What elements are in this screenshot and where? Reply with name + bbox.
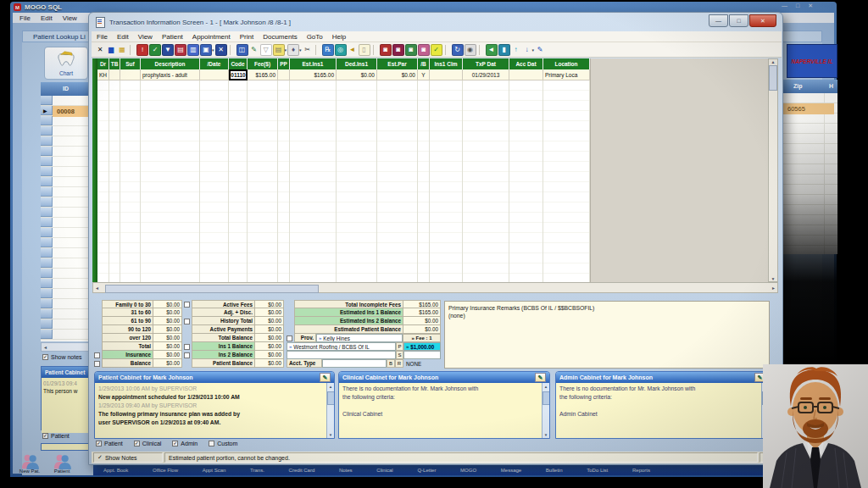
grid-col-txpdat[interactable]: TxP Dat xyxy=(463,58,509,69)
cut-icon[interactable]: ✂ xyxy=(303,45,313,55)
referral-icon[interactable]: ◄ xyxy=(348,45,358,55)
scroll-thumb[interactable] xyxy=(769,65,777,91)
bottom-toolbar-officeflow[interactable]: Office Flow xyxy=(153,468,178,473)
bottom-toolbar-clinical[interactable]: Clinical xyxy=(376,468,392,473)
table-row[interactable] xyxy=(783,175,837,185)
menu-item-goto[interactable]: GoTo xyxy=(307,33,323,41)
grid-vscrollbar[interactable]: ▲ ▼ xyxy=(768,58,778,282)
grid-cell-tb[interactable] xyxy=(109,69,120,80)
edit-cabinet-icon[interactable]: ✎ xyxy=(535,373,546,382)
dialog-titlebar[interactable]: Transaction Information Screen - 1 - [ M… xyxy=(89,13,782,31)
secondary-carrier-field[interactable] xyxy=(287,351,396,359)
row-selector-cell[interactable] xyxy=(41,208,53,217)
row-selector-cell[interactable] xyxy=(41,147,53,156)
tooth-icon[interactable]: ▽ xyxy=(260,44,272,56)
menu-item-print[interactable]: Print xyxy=(240,33,253,41)
checkbox-icon[interactable]: ✓ xyxy=(42,433,48,439)
dropdown-arrow-icon[interactable]: ▾ xyxy=(299,47,302,53)
edit-cabinet-icon[interactable]: ✎ xyxy=(320,373,331,382)
lab-icon[interactable]: ▼ xyxy=(162,44,174,56)
extract-dropdown-icon[interactable]: ♦ xyxy=(287,44,299,56)
monitor-icon[interactable]: ▮ xyxy=(498,44,510,56)
grid-cell-accdat[interactable] xyxy=(509,69,543,80)
row-selector-cell[interactable] xyxy=(41,126,53,136)
provider-field[interactable]: » Kelly Hines xyxy=(316,334,403,342)
row-selector-cell[interactable] xyxy=(41,218,53,227)
row-selector-cell[interactable] xyxy=(41,258,53,268)
table-row[interactable] xyxy=(783,246,837,254)
grid-cell-estins1[interactable]: $165.00 xyxy=(290,69,337,80)
grid-col-b[interactable]: /B xyxy=(418,58,430,69)
grid-col-tb[interactable]: TB xyxy=(109,58,120,69)
jug-maroon-icon[interactable]: ◙ xyxy=(392,44,404,56)
dropdown-arrow-icon[interactable]: ▾ xyxy=(532,47,535,53)
bottom-toolbar-todolist[interactable]: ToDo List xyxy=(587,468,608,473)
row-selector-cell[interactable] xyxy=(41,279,53,288)
provider-checkbox[interactable] xyxy=(287,336,292,341)
table-row[interactable] xyxy=(783,124,837,134)
lookup-col-h[interactable]: H xyxy=(829,83,833,89)
lookup-selected-zip[interactable]: 60565 xyxy=(783,103,834,114)
filter-admin[interactable]: ✓Admin xyxy=(172,441,198,446)
grid-col-description[interactable]: Description xyxy=(141,58,200,69)
row-selector-cell[interactable] xyxy=(41,248,53,258)
scroll-thumb[interactable] xyxy=(105,285,319,293)
row-selector-cell[interactable] xyxy=(41,197,53,207)
filter-patient[interactable]: ✓Patient xyxy=(96,441,123,446)
row-selector-cell[interactable] xyxy=(41,319,53,329)
perio-check-icon[interactable]: ✓ xyxy=(149,44,161,56)
grid-cell-code[interactable]: 01110 xyxy=(229,69,248,80)
calendar-icon[interactable]: ▦ xyxy=(117,45,127,55)
table-row[interactable] xyxy=(783,164,837,175)
jug-pink-icon[interactable]: ◙ xyxy=(418,44,430,56)
close-icon[interactable]: ✕ xyxy=(749,14,776,27)
cabinet-scrollbar[interactable]: ▲▼ xyxy=(326,383,334,439)
checkbox-icon[interactable] xyxy=(209,441,214,446)
grid-cell-b[interactable]: Y xyxy=(418,69,430,80)
confirm-icon[interactable]: ✓ xyxy=(431,44,442,56)
checkbox-icon[interactable] xyxy=(184,319,190,324)
secondary-max-field[interactable] xyxy=(403,351,441,359)
filter-custom[interactable]: Custom xyxy=(209,441,237,446)
menu-item-help[interactable]: Help xyxy=(332,33,346,41)
row-selector-cell[interactable] xyxy=(41,167,53,176)
minimize-icon[interactable]: — xyxy=(782,3,787,9)
bottom-toolbar-qletter[interactable]: Q-Letter xyxy=(417,468,436,473)
checkbox-icon[interactable]: ✓ xyxy=(42,354,48,360)
grid-cell-ins1clm[interactable] xyxy=(430,69,463,80)
menu-item-file[interactable]: File xyxy=(97,33,108,41)
table-row[interactable] xyxy=(783,205,837,215)
table-row[interactable] xyxy=(783,144,837,154)
checkbox-icon[interactable]: ✓ xyxy=(172,441,178,446)
menu-item-edit[interactable]: Edit xyxy=(41,14,53,22)
table-row[interactable] xyxy=(783,134,837,144)
checkbox-icon[interactable]: ✓ xyxy=(96,441,102,446)
menu-item-view[interactable]: View xyxy=(63,14,77,22)
delete-icon[interactable]: ✕ xyxy=(95,45,105,55)
filter-clinical[interactable]: ✓Clinical xyxy=(134,441,162,446)
grid-cell-fee[interactable]: $165.00 xyxy=(248,69,278,80)
table-row[interactable] xyxy=(783,154,837,164)
table-row[interactable] xyxy=(783,215,837,225)
grid-col-ins1clm[interactable]: Ins1 Clm xyxy=(430,58,463,69)
left-patient-filter-checkbox[interactable]: ✓ Patient xyxy=(42,433,70,439)
acct-type-field[interactable] xyxy=(322,359,387,368)
cabinet-header[interactable]: Clinical Cabinet for Mark Johnson ✎ xyxy=(339,372,549,383)
main-show-notes-checkbox[interactable]: ✓ Show notes xyxy=(42,354,82,360)
table-row[interactable] xyxy=(783,93,837,103)
menu-item-view[interactable]: View xyxy=(138,33,153,41)
billing-toggle[interactable]: B xyxy=(387,359,395,368)
dropdown-arrow-icon[interactable]: ▾ xyxy=(285,47,287,53)
minimize-icon[interactable]: — xyxy=(709,14,728,27)
row-selector-cell[interactable] xyxy=(41,96,53,105)
back-icon[interactable]: ◄ xyxy=(486,44,498,56)
grid-cell-date[interactable] xyxy=(200,69,229,80)
scroll-left-icon[interactable]: ◄ xyxy=(95,286,99,291)
person-up-icon[interactable]: ↑ xyxy=(511,45,521,55)
implant-icon[interactable]: ◎ xyxy=(335,44,347,56)
scroll-right-icon[interactable]: ► xyxy=(771,286,776,291)
table-row[interactable] xyxy=(783,236,837,246)
show-notes-toggle[interactable]: ✓ Show Notes xyxy=(93,452,163,463)
cabinet-header[interactable]: Admin Cabinet for Mark Johnson ✎ xyxy=(556,372,769,383)
carrier-field[interactable]: » Westmont Roofing / BCBS Of IL xyxy=(287,342,396,351)
